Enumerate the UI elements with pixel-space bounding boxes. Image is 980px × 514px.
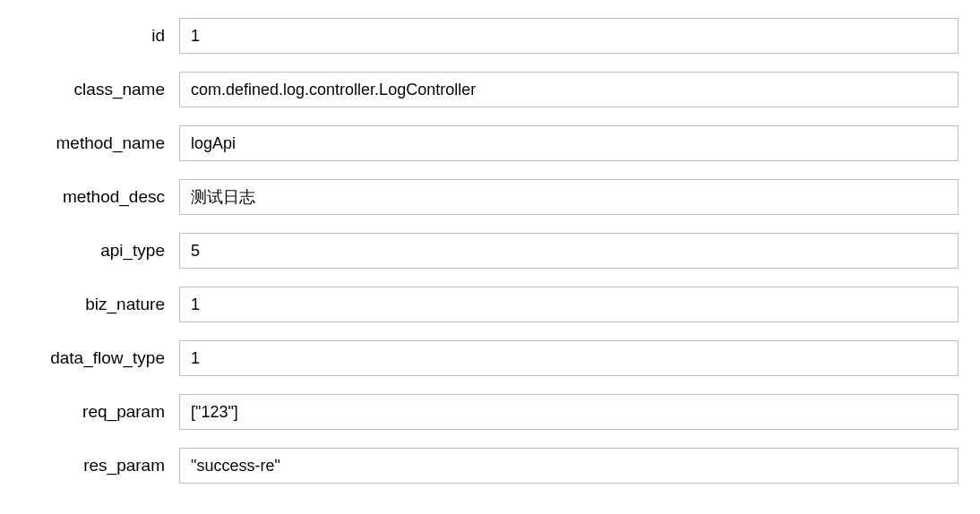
label-req-param: req_param — [0, 402, 179, 422]
form-row-res-param: res_param — [0, 448, 980, 484]
label-data-flow-type: data_flow_type — [0, 348, 179, 368]
label-method-desc: method_desc — [0, 187, 179, 207]
input-api-type[interactable] — [179, 233, 959, 269]
form-row-data-flow-type: data_flow_type — [0, 340, 980, 376]
label-biz-nature: biz_nature — [0, 295, 179, 314]
label-api-type: api_type — [0, 241, 179, 261]
form-row-id: id — [0, 18, 980, 54]
form-row-biz-nature: biz_nature — [0, 287, 980, 322]
input-method-name[interactable] — [179, 125, 959, 161]
form-row-req-param: req_param — [0, 394, 980, 430]
form-row-class-name: class_name — [0, 72, 980, 107]
form-row-api-type: api_type — [0, 233, 980, 269]
label-id: id — [0, 26, 179, 46]
label-res-param: res_param — [0, 456, 179, 475]
form-row-method-name: method_name — [0, 125, 980, 161]
input-method-desc[interactable] — [179, 179, 959, 215]
input-req-param[interactable] — [179, 394, 959, 430]
input-data-flow-type[interactable] — [179, 340, 959, 376]
label-class-name: class_name — [0, 80, 179, 99]
input-biz-nature[interactable] — [179, 287, 959, 322]
form-container: id class_name method_name method_desc ap… — [0, 18, 980, 484]
input-res-param[interactable] — [179, 448, 959, 484]
input-id[interactable] — [179, 18, 959, 54]
input-class-name[interactable] — [179, 72, 959, 107]
form-row-method-desc: method_desc — [0, 179, 980, 215]
label-method-name: method_name — [0, 133, 179, 153]
